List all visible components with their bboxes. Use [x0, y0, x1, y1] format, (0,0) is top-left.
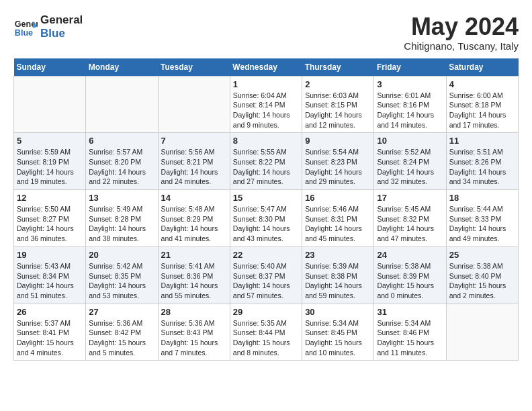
day-info: Sunrise: 5:56 AM Sunset: 8:21 PM Dayligh…	[161, 147, 227, 187]
week-row-2: 5Sunrise: 5:59 AM Sunset: 8:19 PM Daylig…	[14, 133, 519, 190]
calendar-cell: 6Sunrise: 5:57 AM Sunset: 8:20 PM Daylig…	[86, 133, 158, 190]
week-row-1: 1Sunrise: 6:04 AM Sunset: 8:14 PM Daylig…	[14, 76, 519, 133]
day-info: Sunrise: 5:38 AM Sunset: 8:39 PM Dayligh…	[377, 261, 443, 301]
day-info: Sunrise: 5:46 AM Sunset: 8:31 PM Dayligh…	[305, 204, 371, 244]
day-number: 9	[305, 136, 371, 146]
col-header-thursday: Thursday	[302, 58, 374, 77]
day-number: 2	[305, 79, 371, 89]
calendar-cell: 21Sunrise: 5:41 AM Sunset: 8:36 PM Dayli…	[158, 246, 230, 304]
day-number: 1	[233, 79, 299, 89]
day-number: 25	[449, 250, 515, 260]
day-number: 28	[161, 307, 227, 317]
calendar-cell	[86, 76, 158, 133]
page-header: General Blue General Blue May 2024 Chiti…	[13, 13, 519, 52]
day-number: 13	[89, 193, 154, 203]
calendar-cell: 25Sunrise: 5:38 AM Sunset: 8:40 PM Dayli…	[446, 246, 518, 304]
title-block: May 2024 Chitignano, Tuscany, Italy	[404, 13, 519, 52]
day-info: Sunrise: 5:44 AM Sunset: 8:33 PM Dayligh…	[449, 204, 515, 244]
calendar-cell: 9Sunrise: 5:54 AM Sunset: 8:23 PM Daylig…	[302, 133, 374, 190]
calendar-cell: 12Sunrise: 5:50 AM Sunset: 8:27 PM Dayli…	[14, 190, 86, 247]
calendar-cell: 26Sunrise: 5:37 AM Sunset: 8:41 PM Dayli…	[14, 304, 86, 361]
calendar-cell: 13Sunrise: 5:49 AM Sunset: 8:28 PM Dayli…	[86, 190, 158, 247]
day-number: 23	[305, 250, 371, 260]
week-row-5: 26Sunrise: 5:37 AM Sunset: 8:41 PM Dayli…	[14, 304, 519, 361]
calendar-cell	[158, 76, 230, 133]
col-header-wednesday: Wednesday	[230, 58, 302, 77]
week-row-4: 19Sunrise: 5:43 AM Sunset: 8:34 PM Dayli…	[14, 246, 519, 304]
day-number: 11	[449, 136, 515, 146]
col-header-monday: Monday	[86, 58, 158, 77]
calendar-cell: 1Sunrise: 6:04 AM Sunset: 8:14 PM Daylig…	[230, 76, 302, 133]
day-number: 15	[233, 193, 299, 203]
logo-general-text: General	[40, 13, 83, 27]
day-info: Sunrise: 5:59 AM Sunset: 8:19 PM Dayligh…	[17, 147, 83, 187]
calendar-cell: 14Sunrise: 5:48 AM Sunset: 8:29 PM Dayli…	[158, 190, 230, 247]
day-info: Sunrise: 5:38 AM Sunset: 8:40 PM Dayligh…	[449, 261, 515, 301]
calendar-cell: 20Sunrise: 5:42 AM Sunset: 8:35 PM Dayli…	[86, 246, 158, 304]
calendar-cell: 19Sunrise: 5:43 AM Sunset: 8:34 PM Dayli…	[14, 246, 86, 304]
day-number: 10	[377, 136, 443, 146]
calendar-cell	[14, 76, 86, 133]
calendar-cell: 15Sunrise: 5:47 AM Sunset: 8:30 PM Dayli…	[230, 190, 302, 247]
month-title: May 2024	[404, 13, 519, 40]
day-number: 7	[161, 136, 227, 146]
day-info: Sunrise: 5:50 AM Sunset: 8:27 PM Dayligh…	[17, 204, 83, 244]
day-info: Sunrise: 5:43 AM Sunset: 8:34 PM Dayligh…	[17, 261, 83, 301]
day-info: Sunrise: 5:52 AM Sunset: 8:24 PM Dayligh…	[377, 147, 443, 187]
calendar-cell: 31Sunrise: 5:34 AM Sunset: 8:46 PM Dayli…	[374, 304, 446, 361]
calendar-cell: 18Sunrise: 5:44 AM Sunset: 8:33 PM Dayli…	[446, 190, 518, 247]
calendar-cell: 17Sunrise: 5:45 AM Sunset: 8:32 PM Dayli…	[374, 190, 446, 247]
day-info: Sunrise: 6:03 AM Sunset: 8:15 PM Dayligh…	[305, 91, 371, 130]
day-info: Sunrise: 5:54 AM Sunset: 8:23 PM Dayligh…	[305, 147, 371, 187]
day-number: 6	[89, 136, 154, 146]
day-number: 30	[305, 307, 371, 317]
day-number: 8	[233, 136, 299, 146]
calendar-cell: 10Sunrise: 5:52 AM Sunset: 8:24 PM Dayli…	[374, 133, 446, 190]
day-info: Sunrise: 5:41 AM Sunset: 8:36 PM Dayligh…	[161, 261, 227, 301]
week-row-3: 12Sunrise: 5:50 AM Sunset: 8:27 PM Dayli…	[14, 190, 519, 247]
day-info: Sunrise: 5:57 AM Sunset: 8:20 PM Dayligh…	[89, 147, 154, 187]
day-number: 5	[17, 136, 83, 146]
calendar-cell: 16Sunrise: 5:46 AM Sunset: 8:31 PM Dayli…	[302, 190, 374, 247]
day-number: 18	[449, 193, 515, 203]
calendar-cell: 28Sunrise: 5:36 AM Sunset: 8:43 PM Dayli…	[158, 304, 230, 361]
day-info: Sunrise: 5:47 AM Sunset: 8:30 PM Dayligh…	[233, 204, 299, 244]
logo-icon: General Blue	[13, 15, 38, 39]
calendar-cell: 8Sunrise: 5:55 AM Sunset: 8:22 PM Daylig…	[230, 133, 302, 190]
logo-blue-text: Blue	[40, 27, 83, 40]
day-info: Sunrise: 6:01 AM Sunset: 8:16 PM Dayligh…	[377, 91, 443, 130]
calendar-cell: 24Sunrise: 5:38 AM Sunset: 8:39 PM Dayli…	[374, 246, 446, 304]
day-number: 12	[17, 193, 83, 203]
day-info: Sunrise: 5:34 AM Sunset: 8:45 PM Dayligh…	[305, 318, 371, 358]
col-header-saturday: Saturday	[446, 58, 518, 77]
calendar-table: SundayMondayTuesdayWednesdayThursdayFrid…	[13, 58, 519, 361]
calendar-cell: 4Sunrise: 6:00 AM Sunset: 8:18 PM Daylig…	[446, 76, 518, 133]
day-info: Sunrise: 5:36 AM Sunset: 8:42 PM Dayligh…	[89, 318, 154, 358]
day-info: Sunrise: 5:37 AM Sunset: 8:41 PM Dayligh…	[17, 318, 83, 358]
day-number: 21	[161, 250, 227, 260]
calendar-cell: 2Sunrise: 6:03 AM Sunset: 8:15 PM Daylig…	[302, 76, 374, 133]
day-info: Sunrise: 5:49 AM Sunset: 8:28 PM Dayligh…	[89, 204, 154, 244]
day-number: 3	[377, 79, 443, 89]
calendar-cell: 27Sunrise: 5:36 AM Sunset: 8:42 PM Dayli…	[86, 304, 158, 361]
col-header-sunday: Sunday	[14, 58, 86, 77]
day-info: Sunrise: 6:00 AM Sunset: 8:18 PM Dayligh…	[449, 91, 515, 130]
day-number: 4	[449, 79, 515, 89]
col-header-tuesday: Tuesday	[158, 58, 230, 77]
day-info: Sunrise: 5:45 AM Sunset: 8:32 PM Dayligh…	[377, 204, 443, 244]
calendar-cell: 11Sunrise: 5:51 AM Sunset: 8:26 PM Dayli…	[446, 133, 518, 190]
day-info: Sunrise: 6:04 AM Sunset: 8:14 PM Dayligh…	[233, 91, 299, 130]
day-number: 22	[233, 250, 299, 260]
logo: General Blue General Blue	[13, 13, 83, 41]
day-number: 20	[89, 250, 154, 260]
day-info: Sunrise: 5:40 AM Sunset: 8:37 PM Dayligh…	[233, 261, 299, 301]
calendar-cell: 23Sunrise: 5:39 AM Sunset: 8:38 PM Dayli…	[302, 246, 374, 304]
day-info: Sunrise: 5:34 AM Sunset: 8:46 PM Dayligh…	[377, 318, 443, 358]
day-number: 31	[377, 307, 443, 317]
location-subtitle: Chitignano, Tuscany, Italy	[404, 40, 519, 52]
day-number: 17	[377, 193, 443, 203]
day-info: Sunrise: 5:55 AM Sunset: 8:22 PM Dayligh…	[233, 147, 299, 187]
calendar-cell: 30Sunrise: 5:34 AM Sunset: 8:45 PM Dayli…	[302, 304, 374, 361]
day-number: 24	[377, 250, 443, 260]
day-info: Sunrise: 5:36 AM Sunset: 8:43 PM Dayligh…	[161, 318, 227, 358]
